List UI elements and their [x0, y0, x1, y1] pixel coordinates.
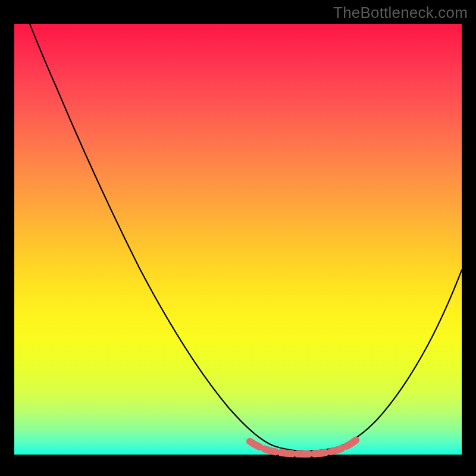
- bottleneck-curve-left: [30, 24, 306, 451]
- watermark-text: TheBottleneck.com: [333, 4, 468, 22]
- bottleneck-curve-right: [306, 270, 462, 451]
- plot-area: [14, 24, 462, 464]
- chart-container: TheBottleneck.com: [0, 0, 476, 476]
- curve-layer: [14, 24, 462, 464]
